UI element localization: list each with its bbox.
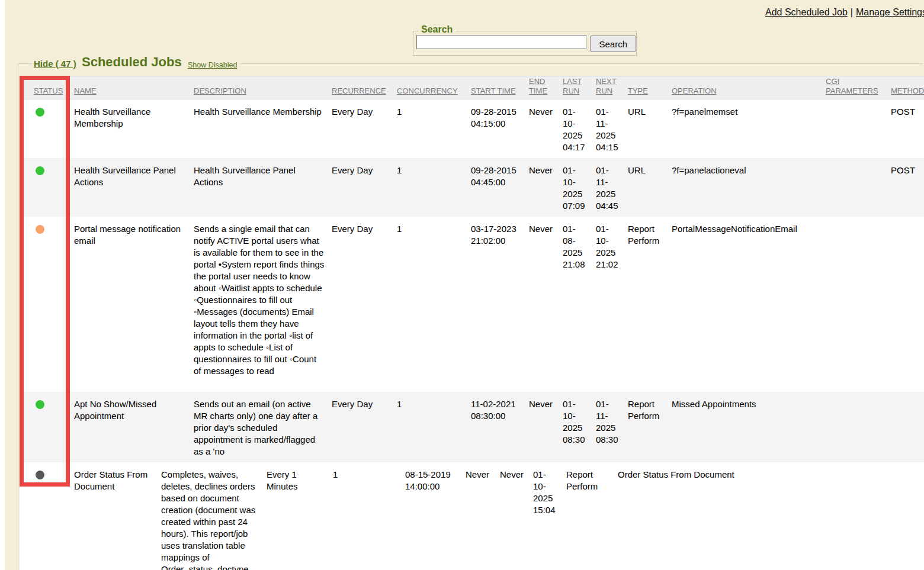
cell-operation: Order Status From Document: [614, 462, 791, 570]
table-row: Apt No Show/Missed AppointmentSends out …: [20, 392, 924, 462]
cell-type: URL: [624, 158, 668, 217]
cell-type: Report Perform: [624, 217, 668, 392]
cell-description: Sends a single email that can notify ACT…: [190, 217, 328, 392]
cell-end-time: Never: [525, 99, 559, 158]
column-header-last-run[interactable]: LAST RUN: [559, 77, 592, 99]
cell-cgi-parameters: [791, 462, 839, 570]
top-links-separator: |: [851, 7, 853, 17]
cell-end-time: Never: [461, 462, 496, 570]
cell-method: [839, 462, 924, 570]
cell-cgi-parameters: [822, 99, 887, 158]
cell-last-run: 01-10-2025 07:09: [559, 158, 592, 217]
cell-last-run: 01-08-2025 21:08: [559, 217, 592, 392]
cell-method: POST: [887, 158, 924, 217]
cell-end-time: Never: [525, 158, 559, 217]
cell-concurrency: 1: [393, 392, 467, 462]
cell-end-time: Never: [525, 392, 559, 462]
cell-description: Completes, waives, deletes, declines ord…: [157, 462, 262, 570]
search-legend: Search: [418, 24, 455, 35]
status-dot-green-icon[interactable]: [36, 108, 44, 117]
add-scheduled-job-link[interactable]: Add Scheduled Job: [765, 7, 848, 17]
column-header-operation[interactable]: OPERATION: [668, 86, 822, 99]
cell-description: Sends out an email (on active MR charts …: [190, 392, 328, 462]
column-header-end-time[interactable]: END TIME: [525, 77, 559, 99]
table-row: Portal message notification emailSends a…: [20, 217, 924, 392]
cell-end-time: Never: [525, 217, 559, 392]
table-row: Health Surveillance Panel ActionsHealth …: [20, 158, 924, 217]
cell-last-run: 01-10-2025 08:30: [559, 392, 592, 462]
cell-next-run: 01-10-2025 21:02: [592, 217, 624, 392]
cell-next-run: 01-11-2025 08:30: [592, 392, 624, 462]
fieldset-border-top: [240, 63, 923, 64]
cell-method: POST: [887, 99, 924, 158]
cell-start-time: 09-28-2015 04:15:00: [467, 99, 525, 158]
cell-cgi-parameters: [822, 217, 887, 392]
page-title: Scheduled Jobs: [82, 54, 182, 70]
cell-operation: ?f=panelactioneval: [668, 158, 822, 217]
cell-start-time: 09-28-2015 04:45:00: [467, 158, 525, 217]
cell-status: [20, 217, 70, 392]
cell-start-time: 03-17-2023 21:02:00: [467, 217, 525, 392]
cell-start-time: 08-15-2019 14:00:00: [401, 462, 461, 570]
cell-operation: ?f=panelmemset: [668, 99, 822, 158]
cell-recurrence: Every Day: [328, 158, 393, 217]
cell-cgi-parameters: [822, 158, 887, 217]
hide-link[interactable]: Hide ( 47 ): [34, 59, 76, 69]
column-header-start-time[interactable]: START TIME: [467, 86, 525, 99]
cell-type: Report Perform: [624, 392, 668, 462]
column-header-cgi-parameters[interactable]: CGI PARAMETERS: [822, 77, 887, 99]
top-links: Add Scheduled Job|Manage Settings: [765, 7, 924, 18]
cell-status: [20, 392, 70, 462]
column-header-method[interactable]: METHOD: [887, 86, 924, 99]
cell-status: [20, 158, 70, 217]
cell-name: Health Surveillance Panel Actions: [70, 158, 190, 217]
cell-type: URL: [624, 99, 668, 158]
fieldset-border-side: [18, 63, 18, 570]
cell-concurrency: 1: [393, 158, 467, 217]
cell-recurrence: Every 1 Minutes: [262, 462, 329, 570]
cell-cgi-parameters: [822, 392, 887, 462]
cell-last-run: Never: [496, 462, 529, 570]
cell-type: Report Perform: [562, 462, 614, 570]
left-margin: [0, 0, 5, 570]
status-dot-green-icon[interactable]: [36, 166, 44, 175]
table-row: Health Surveillance MembershipHealth Sur…: [20, 99, 924, 158]
cell-description: Health Surveillance Panel Actions: [190, 158, 328, 217]
cell-start-time: 11-02-2021 08:30:00: [467, 392, 525, 462]
column-header-name[interactable]: NAME: [70, 86, 190, 99]
cell-next-run: 01-11-2025 04:45: [592, 158, 624, 217]
cell-status: [20, 462, 70, 570]
cell-method: [887, 392, 924, 462]
cell-recurrence: Every Day: [328, 99, 393, 158]
search-input[interactable]: [416, 35, 586, 49]
cell-method: [887, 217, 924, 392]
show-disabled-link[interactable]: Show Disabled: [188, 61, 237, 69]
cell-next-run: 01-10-2025 15:04: [529, 462, 562, 570]
column-header-description[interactable]: DESCRIPTION: [190, 86, 328, 99]
cell-last-run: 01-10-2025 04:17: [559, 99, 592, 158]
manage-settings-link[interactable]: Manage Settings: [856, 7, 924, 17]
status-dot-orange-icon[interactable]: [36, 225, 44, 234]
scheduled-jobs-table: STATUSNAMEDESCRIPTIONRECURRENCECONCURREN…: [20, 76, 924, 570]
cell-next-run: 01-11-2025 04:15: [592, 99, 624, 158]
column-header-next-run[interactable]: NEXT RUN: [592, 77, 624, 99]
cell-name: Order Status From Document: [70, 462, 157, 570]
status-dot-gray-icon[interactable]: [36, 471, 44, 479]
cell-name: Apt No Show/Missed Appointment: [70, 392, 190, 462]
column-header-concurrency[interactable]: CONCURRENCY: [393, 86, 467, 99]
cell-description: Health Surveillance Membership: [190, 99, 328, 158]
column-header-type[interactable]: TYPE: [624, 86, 668, 99]
search-button[interactable]: Search: [590, 36, 636, 52]
jobs-table-body: Health Surveillance MembershipHealth Sur…: [20, 99, 924, 570]
table-row: Order Status From DocumentCompletes, wai…: [20, 462, 924, 570]
column-header-status[interactable]: STATUS: [20, 86, 70, 99]
cell-name: Health Surveillance Membership: [70, 99, 190, 158]
status-dot-green-icon[interactable]: [36, 400, 44, 409]
cell-operation: Missed Appointments: [668, 392, 822, 462]
cell-concurrency: 1: [393, 217, 467, 392]
cell-operation: PortalMessageNotificationEmail: [668, 217, 822, 392]
column-header-recurrence[interactable]: RECURRENCE: [328, 86, 393, 99]
cell-concurrency: 1: [393, 99, 467, 158]
fieldset-border-left-segment: [18, 63, 32, 64]
table-header-row: STATUSNAMEDESCRIPTIONRECURRENCECONCURREN…: [20, 76, 924, 99]
